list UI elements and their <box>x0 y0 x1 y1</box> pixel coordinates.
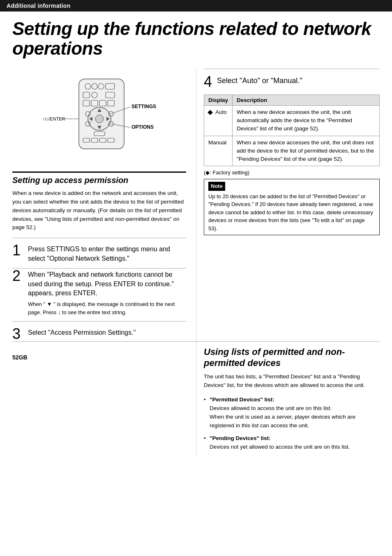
section-heading-access: Setting up access permission <box>12 171 186 185</box>
step-4-heading: 4 Select "Auto" or "Manual." <box>204 69 380 90</box>
note-text: Up to 20 devices can be added to the lis… <box>208 193 373 232</box>
desc-manual: When a new device accesses the unit, the… <box>233 136 380 166</box>
step-4-text: Select "Auto" or "Manual." <box>217 73 302 85</box>
step-1-number: 1 <box>12 243 23 263</box>
step-1-text: Press SETTINGS to enter the settings men… <box>28 243 186 263</box>
pending-devices-title: "Pending Devices" list: <box>210 435 271 441</box>
device-illustration: SETTINGS OPTIONS ↑/↓/ENTER <box>12 73 186 163</box>
list-item: "Permitted Devices" list: Devices allowe… <box>204 396 380 430</box>
enter-label: ↑/↓/ENTER <box>43 116 65 121</box>
step-2-text: When "Playback and network functions can… <box>28 269 186 316</box>
step-3-text: Select "Access Permission Settings." <box>28 327 136 341</box>
bottom-section-text: The unit has two lists, a "Permitted Dev… <box>204 373 380 390</box>
top-two-col: SETTINGS OPTIONS ↑/↓/ENTER Setting up ac… <box>12 69 380 342</box>
page-number: 52GB <box>12 354 186 361</box>
options-table: Display Description Auto When a new devi… <box>204 95 380 167</box>
step-2-number: 2 <box>12 269 23 316</box>
options-label: OPTIONS <box>131 124 154 130</box>
col-display: Display <box>204 95 233 105</box>
page-title: Setting up the functions related to netw… <box>12 19 380 59</box>
diamond-icon <box>208 110 213 115</box>
step-2-subtext: When " ▼ " is displayed, the message is … <box>28 300 186 316</box>
step-1-row: 1 Press SETTINGS to enter the settings m… <box>12 243 186 269</box>
step-2-body: When "Playback and network functions can… <box>28 271 174 297</box>
display-manual: Manual <box>204 136 233 166</box>
display-auto: Auto <box>204 105 233 136</box>
step-1-body: Press SETTINGS to enter the settings men… <box>28 246 170 262</box>
bottom-section-heading: Using lists of permitted and non-permitt… <box>204 347 380 368</box>
list-item: "Pending Devices" list: Devices not yet … <box>204 434 380 452</box>
col-description: Description <box>233 95 380 105</box>
step-4-number: 4 <box>204 73 212 90</box>
step-3-row: 3 Select "Access Permission Settings." <box>12 322 186 341</box>
bullet-list: "Permitted Devices" list: Devices allowe… <box>204 396 380 452</box>
factory-note: (◆: Factory setting) <box>204 169 380 176</box>
desc-auto: When a new device accesses the unit, the… <box>233 105 380 136</box>
step-2-row: 2 When "Playback and network functions c… <box>12 269 186 322</box>
step-3-body: Select "Access Permission Settings." <box>28 329 136 336</box>
bottom-section: 52GB Using lists of permitted and non-pe… <box>12 341 380 455</box>
header-bar: Additional information <box>0 0 392 12</box>
bottom-left: 52GB <box>12 342 196 455</box>
table-row: Manual When a new device accesses the un… <box>204 136 380 166</box>
note-label: Note <box>208 182 225 191</box>
permitted-devices-title: "Permitted Devices" list: <box>210 396 274 403</box>
remote-control-svg: SETTINGS OPTIONS ↑/↓/ENTER <box>42 75 157 161</box>
section-body-text: When a new device is added on the networ… <box>12 189 186 232</box>
bottom-right: Using lists of permitted and non-permitt… <box>196 342 380 455</box>
settings-label: SETTINGS <box>131 104 156 109</box>
step-3-number: 3 <box>12 327 23 341</box>
header-label: Additional information <box>7 2 70 9</box>
table-header-row: Display Description <box>204 95 380 105</box>
table-row: Auto When a new device accesses the unit… <box>204 105 380 136</box>
steps-container: 1 Press SETTINGS to enter the settings m… <box>12 238 186 341</box>
pending-devices-line-1: Devices not yet allowed to access the un… <box>210 444 350 450</box>
permitted-devices-line-2: When the unit is used as a server, playe… <box>210 414 355 429</box>
note-box: Note Up to 20 devices can be added to th… <box>204 179 380 235</box>
main-content: Setting up the functions related to netw… <box>0 19 392 468</box>
left-column: SETTINGS OPTIONS ↑/↓/ENTER Setting up ac… <box>12 69 196 342</box>
section-heading-text: Setting up access permission <box>12 176 128 185</box>
right-column: 4 Select "Auto" or "Manual." Display Des… <box>196 69 380 342</box>
permitted-devices-line-1: Devices allowed to access the unit are o… <box>210 405 332 411</box>
svg-point-17 <box>95 115 104 123</box>
